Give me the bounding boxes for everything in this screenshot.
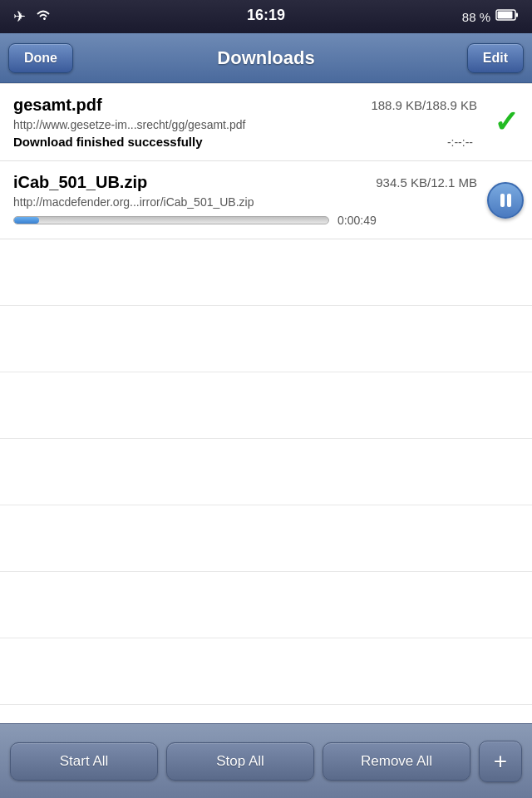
stop-all-button[interactable]: Stop All bbox=[166, 742, 314, 781]
status-icons-left: ✈ bbox=[13, 7, 52, 26]
battery-icon bbox=[495, 8, 519, 25]
progress-track bbox=[13, 216, 329, 224]
download-size-2: 934.5 KB/12.1 MB bbox=[376, 175, 477, 190]
empty-row-7 bbox=[0, 638, 532, 705]
download-filename-2: iCab_501_UB.zip bbox=[13, 173, 147, 192]
status-right: 88 % bbox=[462, 8, 519, 25]
add-button[interactable]: + bbox=[479, 741, 522, 782]
svg-rect-1 bbox=[516, 13, 519, 17]
empty-row-6 bbox=[0, 572, 532, 638]
download-status-1: Download finished successfully bbox=[13, 135, 203, 149]
battery-percent: 88 % bbox=[462, 10, 490, 24]
progress-fill bbox=[14, 217, 39, 224]
start-all-button[interactable]: Start All bbox=[10, 742, 158, 781]
empty-row-2 bbox=[0, 306, 532, 372]
airplane-icon: ✈ bbox=[13, 7, 26, 26]
download-header-1: gesamt.pdf 188.9 KB/188.9 KB bbox=[13, 96, 519, 115]
download-size-1: 188.9 KB/188.9 KB bbox=[371, 98, 477, 112]
wifi-icon bbox=[34, 8, 52, 25]
page-title: Downloads bbox=[217, 47, 314, 69]
status-bar: ✈ 16:19 88 % bbox=[0, 0, 532, 33]
download-url-2: http://macdefender.org...irror/iCab_501_… bbox=[13, 195, 469, 209]
edit-button[interactable]: Edit bbox=[467, 43, 524, 73]
completed-checkmark: ✓ bbox=[494, 105, 519, 140]
svg-rect-2 bbox=[498, 12, 513, 19]
empty-row-4 bbox=[0, 439, 532, 505]
download-header-2: iCab_501_UB.zip 934.5 KB/12.1 MB bbox=[13, 173, 519, 192]
bottom-bar: Start All Stop All Remove All + bbox=[0, 723, 532, 798]
nav-bar: Done Downloads Edit bbox=[0, 33, 532, 83]
remove-all-button[interactable]: Remove All bbox=[323, 742, 470, 781]
pause-button[interactable] bbox=[487, 182, 524, 219]
content-area: gesamt.pdf 188.9 KB/188.9 KB http://www.… bbox=[0, 83, 532, 705]
progress-container: 0:00:49 bbox=[13, 214, 519, 227]
status-time: 16:19 bbox=[247, 7, 285, 24]
download-time-2: 0:00:49 bbox=[337, 214, 377, 227]
download-url-1: http://www.gesetze-im...srecht/gg/gesamt… bbox=[13, 118, 519, 131]
empty-row-1 bbox=[0, 239, 532, 306]
empty-row-5 bbox=[0, 505, 532, 572]
download-item-2: iCab_501_UB.zip 934.5 KB/12.1 MB http://… bbox=[0, 161, 532, 239]
download-item-1: gesamt.pdf 188.9 KB/188.9 KB http://www.… bbox=[0, 83, 532, 161]
done-button[interactable]: Done bbox=[8, 43, 73, 73]
download-filename-1: gesamt.pdf bbox=[13, 96, 102, 115]
empty-row-3 bbox=[0, 372, 532, 439]
download-time-1: -:--:-- bbox=[447, 135, 473, 149]
pause-icon bbox=[500, 194, 511, 207]
